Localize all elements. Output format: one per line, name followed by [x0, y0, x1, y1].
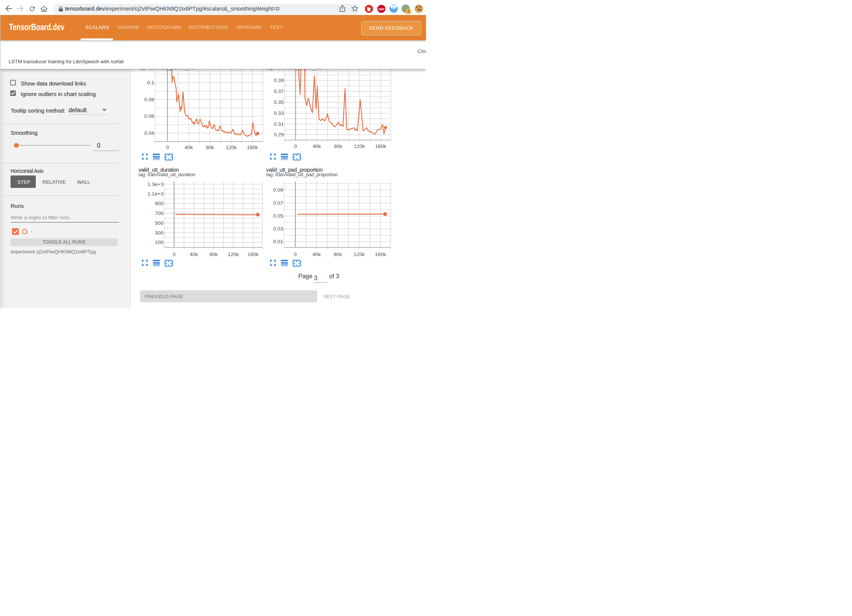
svg-text:900: 900 [155, 201, 163, 206]
svg-text:ABP: ABP [378, 8, 384, 11]
svg-text:40k: 40k [313, 143, 321, 149]
svg-text:80k: 80k [334, 252, 342, 257]
svg-text:100: 100 [155, 239, 163, 245]
svg-text:0.05: 0.05 [273, 213, 283, 219]
svg-text:40k: 40k [185, 145, 193, 150]
svg-text:40k: 40k [313, 252, 321, 257]
svg-text:160k: 160k [375, 143, 386, 149]
svg-text:0.33: 0.33 [274, 110, 284, 116]
svg-text:0.37: 0.37 [274, 88, 284, 94]
svg-text:0: 0 [166, 145, 169, 150]
svg-text:0.08: 0.08 [144, 97, 154, 102]
svg-text:0.03: 0.03 [273, 226, 283, 232]
svg-text:0: 0 [294, 252, 297, 257]
svg-text:1.3e+3: 1.3e+3 [148, 181, 163, 187]
svg-text:1.1e+3: 1.1e+3 [148, 191, 163, 197]
svg-text:0.35: 0.35 [274, 99, 284, 105]
svg-text:0.1: 0.1 [147, 80, 154, 85]
svg-text:0.04: 0.04 [144, 130, 154, 136]
svg-text:700: 700 [155, 210, 163, 216]
svg-text:120k: 120k [354, 143, 365, 149]
svg-text:0.01: 0.01 [273, 239, 283, 244]
svg-text:80k: 80k [209, 252, 218, 257]
svg-text:500: 500 [155, 220, 163, 226]
svg-text:0.31: 0.31 [274, 121, 284, 127]
svg-text:80k: 80k [334, 143, 342, 149]
svg-text:80k: 80k [206, 145, 214, 150]
svg-text:160k: 160k [247, 145, 258, 150]
svg-text:0.07: 0.07 [273, 200, 283, 206]
svg-text:40k: 40k [190, 252, 198, 257]
svg-text:0.09: 0.09 [273, 187, 283, 193]
svg-text:120k: 120k [226, 145, 237, 150]
svg-text:120k: 120k [228, 252, 239, 257]
svg-text:300: 300 [155, 230, 163, 236]
svg-text:0.39: 0.39 [274, 78, 284, 83]
svg-text:160k: 160k [375, 252, 386, 257]
svg-text:160k: 160k [247, 252, 259, 257]
svg-text:0: 0 [173, 252, 176, 257]
svg-text:0.06: 0.06 [144, 113, 154, 119]
svg-text:0.29: 0.29 [274, 132, 284, 137]
svg-text:120k: 120k [354, 252, 365, 257]
svg-text:0: 0 [294, 143, 297, 149]
